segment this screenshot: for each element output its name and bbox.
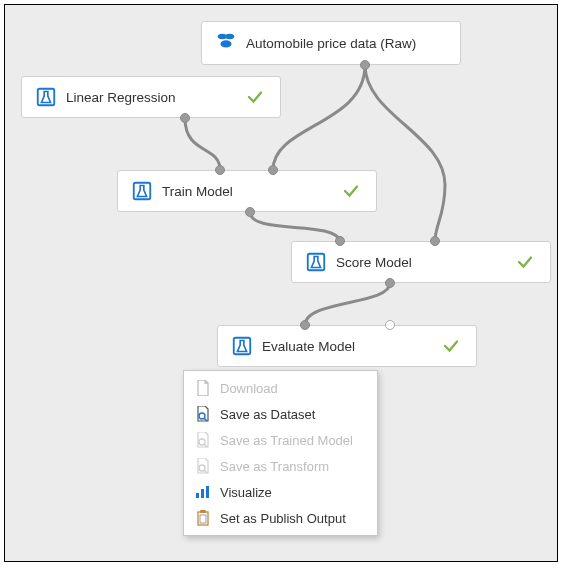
menu-label: Download <box>220 381 278 396</box>
node-evaluate-model[interactable]: Evaluate Model <box>217 325 477 367</box>
input-port[interactable] <box>268 165 278 175</box>
document-search-icon <box>194 406 212 422</box>
experiment-icon <box>130 180 154 202</box>
check-icon <box>246 88 266 106</box>
context-menu: Download Save as Dataset Save as Trained… <box>183 370 378 536</box>
output-port[interactable] <box>180 113 190 123</box>
node-label: Automobile price data (Raw) <box>238 36 446 51</box>
menu-label: Save as Trained Model <box>220 433 353 448</box>
node-train-model[interactable]: Train Model <box>117 170 377 212</box>
input-port[interactable] <box>430 236 440 246</box>
menu-label: Set as Publish Output <box>220 511 346 526</box>
menu-label: Save as Dataset <box>220 407 315 422</box>
node-automobile-data[interactable]: Automobile price data (Raw) <box>201 21 461 65</box>
output-port[interactable] <box>385 278 395 288</box>
document-icon <box>194 380 212 396</box>
menu-item-visualize[interactable]: Visualize <box>184 479 377 505</box>
clipboard-icon <box>194 510 212 526</box>
menu-item-publish[interactable]: Set as Publish Output <box>184 505 377 531</box>
node-label: Score Model <box>328 255 516 270</box>
database-icon <box>214 32 238 54</box>
svg-point-2 <box>221 40 232 47</box>
menu-label: Visualize <box>220 485 272 500</box>
check-icon <box>342 182 362 200</box>
check-icon <box>516 253 536 271</box>
output-port[interactable] <box>245 207 255 217</box>
document-search-icon <box>194 458 212 474</box>
experiment-icon <box>34 86 58 108</box>
chart-icon <box>194 484 212 500</box>
experiment-icon <box>304 251 328 273</box>
svg-rect-17 <box>200 510 206 513</box>
menu-item-save-trained: Save as Trained Model <box>184 427 377 453</box>
svg-rect-13 <box>196 493 199 498</box>
node-label: Train Model <box>154 184 342 199</box>
experiment-icon <box>230 335 254 357</box>
check-icon <box>442 337 462 355</box>
svg-point-1 <box>225 34 234 40</box>
input-port-open[interactable] <box>385 320 395 330</box>
node-label: Linear Regression <box>58 90 246 105</box>
document-search-icon <box>194 432 212 448</box>
svg-rect-18 <box>200 515 206 523</box>
workflow-canvas[interactable]: Automobile price data (Raw) Linear Regre… <box>4 4 558 562</box>
svg-rect-15 <box>206 486 209 498</box>
menu-label: Save as Transform <box>220 459 329 474</box>
output-port[interactable] <box>360 60 370 70</box>
input-port[interactable] <box>300 320 310 330</box>
svg-rect-14 <box>201 489 204 498</box>
menu-item-save-transform: Save as Transform <box>184 453 377 479</box>
input-port[interactable] <box>335 236 345 246</box>
menu-item-save-dataset[interactable]: Save as Dataset <box>184 401 377 427</box>
node-score-model[interactable]: Score Model <box>291 241 551 283</box>
node-linear-regression[interactable]: Linear Regression <box>21 76 281 118</box>
input-port[interactable] <box>215 165 225 175</box>
node-label: Evaluate Model <box>254 339 442 354</box>
menu-item-download: Download <box>184 375 377 401</box>
